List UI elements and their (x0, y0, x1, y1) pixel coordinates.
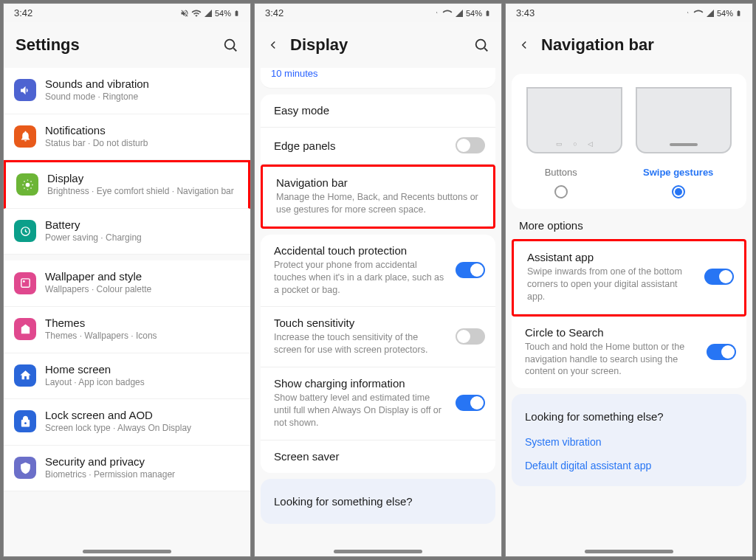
item-title: Display (47, 172, 238, 184)
footer-link-vibration[interactable]: System vibration (512, 430, 746, 454)
svg-point-4 (22, 280, 24, 283)
item-sub: Layout · App icon badges (45, 377, 240, 389)
display-item-easy-mode[interactable]: Easy mode (261, 94, 495, 128)
wifi-icon (442, 8, 453, 18)
assistant-app-toggle[interactable] (704, 269, 734, 285)
nav-handle[interactable] (83, 550, 171, 553)
home-icon (14, 364, 36, 387)
status-right: 54% (682, 8, 742, 18)
item-title: Home screen (45, 363, 240, 376)
nav-style-preview: ▭○◁ (512, 74, 746, 159)
item-title: Touch sensitivity (274, 317, 447, 329)
back-icon[interactable] (267, 38, 280, 52)
svg-point-5 (476, 40, 486, 49)
item-desc: Increase the touch sensitivity of the sc… (274, 331, 447, 356)
item-title: Edge panels (274, 139, 447, 152)
navbar-header: Navigation bar (506, 22, 752, 68)
signal-icon (455, 9, 464, 18)
footer-link-assistant[interactable]: Default digital assistant app (512, 454, 746, 477)
settings-item-security[interactable]: Security and privacyBiometrics · Permiss… (4, 446, 250, 492)
wifi-icon (693, 8, 704, 18)
battery-icon (14, 220, 36, 242)
status-right: 54% (180, 8, 240, 18)
item-title: Wallpaper and style (45, 270, 240, 283)
shield-icon (14, 457, 36, 479)
navbar-item-assistant-app[interactable]: Assistant app Swipe inwards from one of … (514, 241, 744, 314)
nav-choice-swipe[interactable]: Swipe gestures (643, 159, 713, 198)
settings-item-notifications[interactable]: NotificationsStatus bar · Do not disturb (4, 114, 250, 161)
nav-handle[interactable] (585, 550, 673, 553)
display-item-accidental-touch[interactable]: Accidental touch protectionProtect your … (261, 235, 495, 308)
settings-item-home[interactable]: Home screenLayout · App icon badges (4, 353, 250, 400)
battery-icon (233, 8, 240, 18)
svg-rect-3 (21, 279, 29, 287)
settings-item-themes[interactable]: ThemesThemes · Wallpapers · Icons (4, 307, 250, 353)
item-title: Assistant app (527, 251, 695, 263)
item-title: Themes (45, 317, 240, 329)
navbar-content[interactable]: ▭○◁ Buttons Swipe gestures More options … (506, 68, 752, 550)
mute-icon (431, 9, 440, 18)
item-desc: Protect your phone from accidental touch… (274, 259, 447, 297)
screen-timeout-partial[interactable]: 10 minutes (261, 68, 495, 89)
battery-icon (735, 8, 742, 18)
charging-info-toggle[interactable] (456, 395, 485, 411)
display-list[interactable]: 10 minutes Easy mode Edge panels Navigat… (255, 68, 501, 550)
screenshot-settings: 3:42 54% Settings Sounds and vibrationSo… (3, 3, 251, 557)
swipe-preview[interactable] (636, 87, 732, 153)
search-icon[interactable] (473, 37, 489, 53)
display-item-touch-sensitivity[interactable]: Touch sensitivityIncrease the touch sens… (261, 307, 495, 367)
page-title: Settings (16, 35, 212, 55)
touch-sensitivity-toggle[interactable] (456, 328, 485, 345)
footer-box: Looking for something else? (261, 479, 495, 524)
bell-icon (14, 125, 36, 148)
swipe-radio[interactable] (672, 185, 685, 198)
screenshot-display: 3:42 54% Display 10 minutes Easy mode Ed… (254, 3, 502, 557)
battery-icon (484, 8, 491, 18)
mute-icon (682, 9, 691, 18)
item-title: Screen saver (274, 450, 485, 463)
sun-icon (16, 173, 38, 196)
item-desc: Show battery level and estimated time un… (274, 392, 447, 429)
signal-icon (204, 9, 213, 18)
buttons-preview[interactable]: ▭○◁ (526, 87, 622, 153)
display-item-screen-saver[interactable]: Screen saver (261, 440, 495, 473)
settings-header: Settings (4, 22, 250, 68)
item-sub: Power saving · Charging (45, 232, 240, 244)
item-title: Sounds and vibration (45, 77, 240, 90)
settings-item-sounds[interactable]: Sounds and vibrationSound mode · Rington… (4, 68, 250, 114)
nav-choice-buttons[interactable]: Buttons (545, 159, 577, 198)
wallpaper-icon (14, 272, 36, 294)
nav-style-choice: Buttons Swipe gestures (512, 159, 746, 209)
sound-icon (14, 79, 36, 101)
item-title: Easy mode (274, 104, 485, 117)
back-icon[interactable] (518, 38, 531, 52)
status-bar: 3:42 54% (255, 4, 501, 22)
themes-icon (14, 318, 36, 340)
settings-item-display[interactable]: DisplayBrightness · Eye comfort shield ·… (4, 160, 250, 209)
item-sub: Brightness · Eye comfort shield · Naviga… (47, 186, 238, 198)
settings-item-lock[interactable]: Lock screen and AODScreen lock type · Al… (4, 399, 250, 446)
display-item-charging-info[interactable]: Show charging informationShow battery le… (261, 367, 495, 440)
item-title: Notifications (45, 124, 240, 136)
nav-handle[interactable] (334, 550, 422, 553)
footer-box: Looking for something else? System vibra… (512, 394, 746, 486)
item-sub: Sound mode · Ringtone (45, 91, 240, 103)
status-right: 54% (431, 8, 491, 18)
display-item-navigation-bar[interactable]: Navigation bar Manage the Home, Back, an… (263, 167, 493, 227)
search-icon[interactable] (222, 37, 238, 53)
buttons-radio[interactable] (554, 185, 568, 198)
edge-panels-toggle[interactable] (456, 137, 485, 153)
settings-item-battery[interactable]: BatteryPower saving · Charging (4, 209, 250, 255)
display-item-edge-panels[interactable]: Edge panels (261, 128, 495, 165)
item-title: Show charging information (274, 377, 447, 390)
battery-percent: 54% (466, 9, 482, 18)
accidental-touch-toggle[interactable] (456, 262, 485, 278)
circle-search-toggle[interactable] (707, 344, 736, 360)
item-desc: Swipe inwards from one of the bottom cor… (527, 266, 695, 303)
item-title: Circle to Search (525, 326, 698, 339)
settings-item-wallpaper[interactable]: Wallpaper and styleWallpapers · Colour p… (4, 260, 250, 307)
navbar-item-circle-search[interactable]: Circle to Search Touch and hold the Home… (512, 317, 746, 389)
status-time: 3:43 (516, 7, 535, 18)
settings-list[interactable]: Sounds and vibrationSound mode · Rington… (4, 68, 250, 550)
item-sub: Biometrics · Permission manager (45, 469, 240, 481)
